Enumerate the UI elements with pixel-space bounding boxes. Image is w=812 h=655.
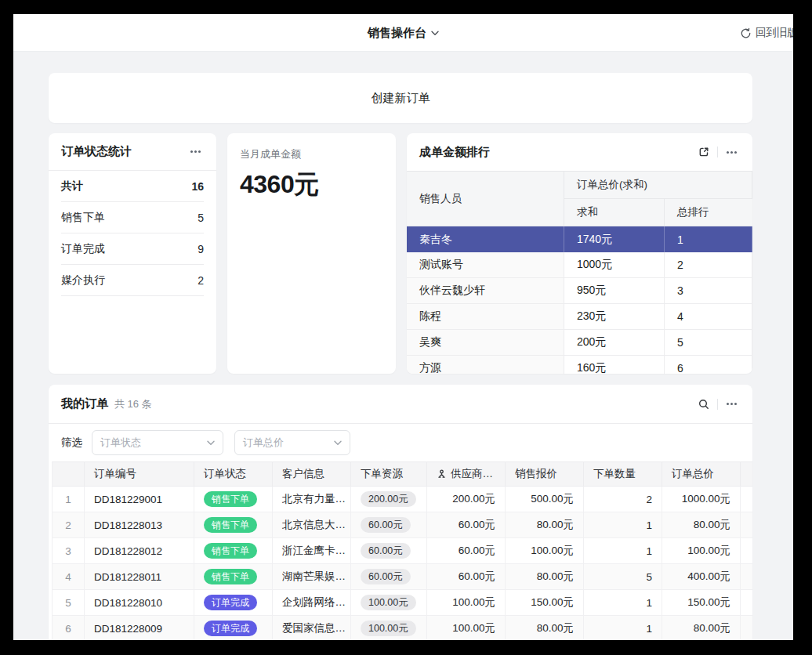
col-header-sum[interactable]: 求和 — [564, 199, 665, 226]
more-menu-button[interactable] — [187, 143, 204, 161]
back-to-old-version-link[interactable]: 回到旧版 — [740, 14, 793, 52]
col-header-customer[interactable]: 客户信息 — [273, 461, 351, 487]
more-icon — [730, 151, 733, 154]
sales-price: 100.00元 — [506, 538, 584, 564]
customer-info: 浙江金鹰卡… — [273, 538, 351, 564]
status-stat-list: 共计 16 销售下单 5 订单完成 9 媒介执行 2 — [49, 171, 216, 296]
extra-cell — [741, 512, 752, 538]
orders-count: 共 16 条 — [114, 397, 152, 411]
stat-label: 共计 — [61, 179, 83, 194]
customer-info: 北京信息大… — [273, 512, 351, 538]
search-button[interactable] — [695, 396, 712, 413]
filter-order-total-select[interactable]: 订单总价 — [234, 430, 350, 455]
col-header-row-number — [52, 461, 85, 487]
stat-row-media-exec[interactable]: 媒介执行 2 — [61, 265, 204, 296]
ranking-table-header: 销售人员 订单总价(求和) 求和 总排行 — [407, 171, 752, 226]
rank-value: 6 — [665, 356, 752, 374]
more-menu-button[interactable] — [723, 143, 740, 161]
order-row[interactable]: 5 DD181228010 订单完成 企划路网络… 100.00元 100.00… — [52, 590, 752, 616]
search-icon — [698, 398, 710, 411]
col-header-order-total-sum[interactable]: 订单总价(求和) — [564, 172, 752, 199]
divider — [717, 399, 718, 410]
order-row[interactable]: 3 DD181228012 销售下单 浙江金鹰卡… 60.00元 60.00元 … — [52, 538, 752, 564]
resource-chip: 60.00元 — [361, 569, 411, 585]
col-header-supplier[interactable]: 供应商… — [427, 461, 506, 487]
create-new-order-button[interactable]: 创建新订单 — [49, 73, 752, 123]
stat-row-total[interactable]: 共计 16 — [61, 171, 204, 202]
rank-value: 4 — [665, 304, 752, 330]
sum-value: 1000元 — [564, 252, 665, 278]
order-row[interactable]: 2 DD181228013 销售下单 北京信息大… 60.00元 60.00元 … — [52, 512, 752, 538]
ranking-row[interactable]: 吴爽 200元 5 — [407, 330, 752, 356]
resource-chip: 100.00元 — [361, 595, 416, 611]
extra-cell — [741, 590, 752, 616]
col-header-sales-price[interactable]: 销售报价 — [506, 461, 584, 487]
monthly-amount-card: 当月成单金额 4360元 — [227, 133, 396, 374]
workspace-switcher[interactable]: 销售操作台 — [13, 14, 793, 52]
row-number: 2 — [52, 512, 85, 538]
ranking-card: 成单金额排行 销售人员 订单总价(求和) 求和 总排行 秦吉冬 1740元 1 … — [407, 133, 752, 374]
sum-value: 200元 — [564, 330, 665, 356]
ranking-row[interactable]: 秦吉冬 1740元 1 — [407, 226, 752, 252]
col-header-total[interactable]: 订单总价 — [662, 461, 741, 487]
status-badge: 销售下单 — [204, 569, 257, 584]
order-total: 150.00元 — [662, 590, 741, 616]
supplier-price: 60.00元 — [427, 538, 506, 564]
order-qty: 1 — [584, 616, 662, 640]
ranking-table-body: 秦吉冬 1740元 1 测试账号 1000元 2 伙伴云魏少轩 950元 3 陈… — [407, 226, 752, 374]
stat-row-order-complete[interactable]: 订单完成 9 — [61, 233, 204, 265]
extra-cell — [741, 616, 752, 640]
col-header-resource[interactable]: 下单资源 — [351, 461, 427, 487]
ranking-title: 成单金额排行 — [419, 145, 490, 160]
monthly-amount-value: 4360元 — [240, 168, 383, 202]
salesperson-name: 测试账号 — [407, 252, 564, 278]
stat-label: 媒介执行 — [61, 273, 105, 288]
col-header-order-no[interactable]: 订单编号 — [85, 461, 194, 487]
order-status-stats-card: 订单状态统计 共计 16 销售下单 5 订单完成 9 媒介执行 2 — [49, 133, 216, 374]
order-no: DD181228010 — [85, 590, 194, 616]
stat-value: 9 — [198, 243, 204, 255]
customer-info: 企划路网络… — [273, 590, 351, 616]
ranking-row[interactable]: 伙伴云魏少轩 950元 3 — [407, 278, 752, 304]
open-in-new-icon — [698, 146, 710, 158]
rank-value: 2 — [665, 252, 752, 278]
more-icon — [730, 403, 733, 405]
orders-table-header: 订单编号 订单状态 客户信息 下单资源 供应商… 销售报价 下单数量 订单总价 — [52, 461, 752, 487]
col-header-extra — [741, 461, 752, 487]
my-orders-card: 我的订单 共 16 条 筛选 订单状态 订单总价 — [49, 385, 752, 640]
sales-price: 80.00元 — [506, 564, 584, 590]
extra-cell — [741, 538, 752, 564]
col-header-salesperson[interactable]: 销售人员 — [407, 172, 564, 226]
customer-info: 爱国家信息… — [273, 616, 351, 640]
order-row[interactable]: 6 DD181228009 订单完成 爱国家信息… 100.00元 100.00… — [52, 616, 752, 640]
col-header-qty[interactable]: 下单数量 — [584, 461, 662, 487]
sum-value: 230元 — [564, 304, 665, 330]
order-row[interactable]: 4 DD181228011 销售下单 湖南芒果娱… 60.00元 60.00元 … — [52, 564, 752, 590]
ranking-row[interactable]: 陈程 230元 4 — [407, 304, 752, 330]
chevron-down-icon — [207, 440, 215, 446]
filter-placeholder: 订单状态 — [100, 436, 141, 450]
filter-order-status-select[interactable]: 订单状态 — [92, 430, 223, 455]
export-button[interactable] — [695, 143, 712, 161]
sum-value: 950元 — [564, 278, 665, 304]
supplier-price: 60.00元 — [427, 512, 506, 538]
col-header-order-status[interactable]: 订单状态 — [194, 461, 273, 487]
col-header-supplier-label: 供应商… — [451, 467, 493, 481]
chevron-down-icon — [334, 440, 342, 446]
extra-cell — [741, 487, 752, 512]
order-row[interactable]: 1 DD181229001 销售下单 北京有力量… 200.00元 200.00… — [52, 487, 752, 512]
col-header-rank[interactable]: 总排行 — [665, 199, 752, 226]
stat-row-sales-order[interactable]: 销售下单 5 — [61, 202, 204, 233]
ranking-row[interactable]: 方源 160元 6 — [407, 356, 752, 374]
more-menu-button[interactable] — [723, 396, 740, 413]
resource-chip: 60.00元 — [361, 543, 411, 559]
filter-label: 筛选 — [61, 436, 82, 450]
salesperson-name: 方源 — [407, 356, 564, 374]
customer-info: 北京有力量… — [273, 487, 351, 512]
back-to-old-version-label: 回到旧版 — [756, 26, 793, 40]
salesperson-name: 秦吉冬 — [407, 226, 564, 252]
sales-price: 500.00元 — [506, 487, 584, 512]
top-header: 销售操作台 回到旧版 — [13, 14, 793, 52]
ranking-row[interactable]: 测试账号 1000元 2 — [407, 252, 752, 278]
extra-cell — [741, 564, 752, 590]
